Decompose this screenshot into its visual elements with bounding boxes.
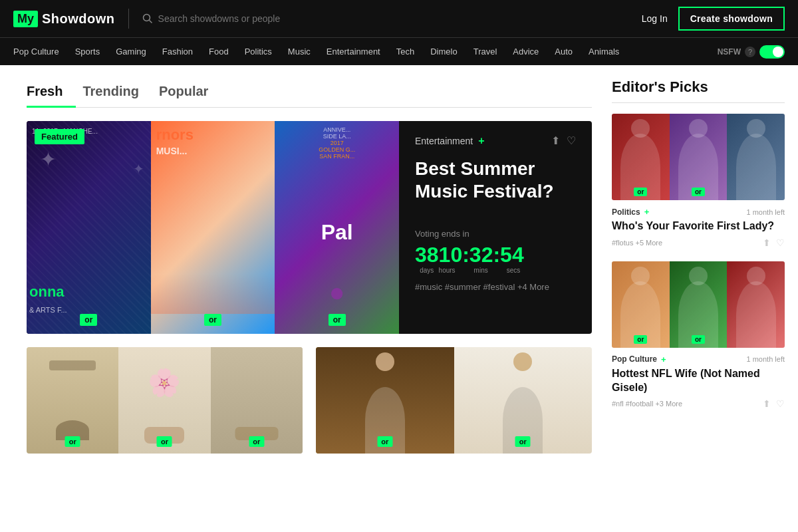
nav-item-pop-culture[interactable]: Pop Culture bbox=[13, 38, 67, 66]
sidebar-person-1[interactable]: or bbox=[612, 114, 670, 200]
countdown-days-label: days bbox=[415, 267, 439, 274]
sidebar-or-1: or bbox=[634, 188, 647, 196]
heart-icon[interactable]: ♡ bbox=[567, 134, 576, 147]
sidebar-actions-1: ⬆ ♡ bbox=[763, 237, 785, 248]
sidebar-card-first-lady: or or Politics + 1 month left Who's Your… bbox=[612, 114, 785, 248]
sidebar-share-icon-2[interactable]: ⬆ bbox=[763, 398, 771, 409]
header: My Showdown Log In Create showdown bbox=[0, 0, 798, 37]
sidebar-person-5[interactable]: or bbox=[670, 261, 728, 348]
sidebar-card-tags-2: #nfl #football +3 More ⬆ ♡ bbox=[612, 398, 785, 409]
countdown-hours-label: hours bbox=[439, 267, 456, 274]
main-layout: Fresh Trending Popular Featured 11, 2017… bbox=[0, 65, 798, 467]
sidebar-person-2[interactable]: or bbox=[670, 114, 728, 200]
nav-item-dimelo[interactable]: Dimelo bbox=[422, 38, 465, 66]
tabs: Fresh Trending Popular bbox=[27, 78, 592, 108]
nsfw-container: NSFW ? bbox=[718, 45, 785, 59]
header-right: Log In Create showdown bbox=[642, 7, 785, 31]
countdown-hours-number: 10:32:54 bbox=[439, 244, 524, 265]
sidebar-time-1: 1 month left bbox=[747, 208, 785, 216]
svg-point-0 bbox=[143, 15, 150, 21]
content-area: Fresh Trending Popular Featured 11, 2017… bbox=[27, 78, 592, 454]
sidebar-or-4: or bbox=[634, 335, 647, 344]
search-container bbox=[142, 13, 628, 24]
header-divider bbox=[128, 9, 129, 29]
card-women-1[interactable]: or bbox=[316, 347, 454, 454]
cards-row: or 🌸 or or or bbox=[27, 347, 592, 454]
sidebar-cat-1: Politics bbox=[612, 207, 640, 217]
festival-image-3[interactable]: ANNIVE... SIDE LA... 2017 GOLDEN G... SA… bbox=[275, 121, 399, 334]
countdown-secs-label: secs bbox=[507, 267, 521, 274]
login-button[interactable]: Log In bbox=[642, 13, 668, 24]
sidebar-heart-icon-2[interactable]: ♡ bbox=[776, 398, 785, 409]
countdown-hours: 10:32:54 hours mins secs bbox=[439, 244, 524, 274]
featured-images: Featured 11, 2017 · MANCHE... onna & ART… bbox=[27, 121, 399, 334]
search-icon bbox=[142, 13, 153, 24]
sidebar-cat-2: Pop Culture bbox=[612, 354, 657, 364]
sidebar-card-title-1[interactable]: Who's Your Favorite First Lady? bbox=[612, 219, 785, 233]
sidebar-card-meta-2: Pop Culture + 1 month left bbox=[612, 354, 785, 364]
nav-item-entertainment[interactable]: Entertainment bbox=[319, 38, 388, 66]
share-icon[interactable]: ⬆ bbox=[551, 134, 560, 147]
featured-category-plus[interactable]: + bbox=[478, 135, 484, 147]
card-or-4: or bbox=[377, 436, 392, 447]
sidebar-actions-2: ⬆ ♡ bbox=[763, 398, 785, 409]
sidebar-person-4[interactable]: or bbox=[612, 261, 670, 348]
nav-item-tech[interactable]: Tech bbox=[388, 38, 422, 66]
featured-badge: Featured bbox=[35, 129, 84, 144]
nav-item-gaming[interactable]: Gaming bbox=[108, 38, 154, 66]
sidebar-card-meta-1: Politics + 1 month left bbox=[612, 207, 785, 217]
festival-image-2[interactable]: rnorsMUSI... or bbox=[151, 121, 275, 334]
create-showdown-button[interactable]: Create showdown bbox=[678, 7, 785, 31]
voting-ends-label: Voting ends in bbox=[415, 229, 576, 239]
sidebar-card-img-1: or or bbox=[612, 114, 785, 200]
card-shoes-1[interactable]: or bbox=[27, 347, 118, 454]
tab-fresh[interactable]: Fresh bbox=[27, 78, 76, 107]
featured-info: Entertainment + ⬆ ♡ Best Summer Music Fe… bbox=[399, 121, 592, 334]
nav: Pop Culture Sports Gaming Fashion Food P… bbox=[0, 37, 798, 65]
nav-item-food[interactable]: Food bbox=[201, 38, 237, 66]
countdown: 38 days 10:32:54 hours mins secs bbox=[415, 244, 576, 274]
logo-my: My bbox=[13, 11, 38, 27]
sidebar-person-6[interactable] bbox=[727, 261, 785, 348]
card-or-5: or bbox=[515, 436, 531, 447]
nav-item-fashion[interactable]: Fashion bbox=[154, 38, 201, 66]
festival-image-1[interactable]: 11, 2017 · MANCHE... onna & ARTS F... ✦ … bbox=[27, 121, 151, 334]
search-input[interactable] bbox=[158, 13, 628, 24]
card-or-1: or bbox=[65, 436, 80, 447]
nsfw-help-icon[interactable]: ? bbox=[745, 47, 755, 57]
card-women[interactable]: or or bbox=[316, 347, 592, 454]
nsfw-toggle[interactable] bbox=[759, 45, 785, 59]
nav-item-sports[interactable]: Sports bbox=[67, 38, 108, 66]
card-women-2[interactable]: or bbox=[454, 347, 593, 454]
tab-trending[interactable]: Trending bbox=[82, 78, 152, 107]
countdown-days: 38 days bbox=[415, 244, 439, 274]
countdown-mins-label: mins bbox=[474, 267, 488, 274]
card-shoes[interactable]: or 🌸 or or bbox=[27, 347, 303, 454]
card-shoes-3[interactable]: or bbox=[211, 347, 303, 454]
sidebar-person-3[interactable] bbox=[727, 114, 785, 200]
sidebar-heart-icon-1[interactable]: ♡ bbox=[776, 237, 785, 248]
featured-category: Entertainment + ⬆ ♡ bbox=[415, 134, 576, 147]
sidebar-share-icon-1[interactable]: ⬆ bbox=[763, 237, 771, 248]
sidebar-cat-plus-1[interactable]: + bbox=[644, 207, 650, 217]
nav-item-music[interactable]: Music bbox=[280, 38, 319, 66]
card-or-2: or bbox=[157, 436, 172, 447]
nav-item-animals[interactable]: Animals bbox=[581, 38, 627, 66]
nav-item-auto[interactable]: Auto bbox=[547, 38, 581, 66]
sidebar-cat-plus-2[interactable]: + bbox=[661, 354, 666, 364]
tab-popular[interactable]: Popular bbox=[159, 78, 221, 107]
featured-actions: ⬆ ♡ bbox=[551, 134, 576, 147]
nav-item-advice[interactable]: Advice bbox=[505, 38, 547, 66]
sidebar-card-img-2: or or bbox=[612, 261, 785, 348]
festival-collage: 11, 2017 · MANCHE... onna & ARTS F... ✦ … bbox=[27, 121, 399, 334]
card-shoes-2[interactable]: 🌸 or bbox=[118, 347, 210, 454]
nav-item-politics[interactable]: Politics bbox=[237, 38, 280, 66]
sidebar: Editor's Picks or or bbox=[612, 78, 785, 454]
nav-item-travel[interactable]: Travel bbox=[466, 38, 505, 66]
or-badge-2: or bbox=[204, 314, 221, 326]
sidebar-card-title-2[interactable]: Hottest NFL Wife (Not Named Gisele) bbox=[612, 367, 785, 395]
logo[interactable]: My Showdown bbox=[13, 11, 115, 27]
featured-tags: #music #summer #festival +4 More bbox=[415, 282, 576, 292]
nav-items: Pop Culture Sports Gaming Fashion Food P… bbox=[13, 38, 718, 66]
card-or-3: or bbox=[249, 436, 264, 447]
